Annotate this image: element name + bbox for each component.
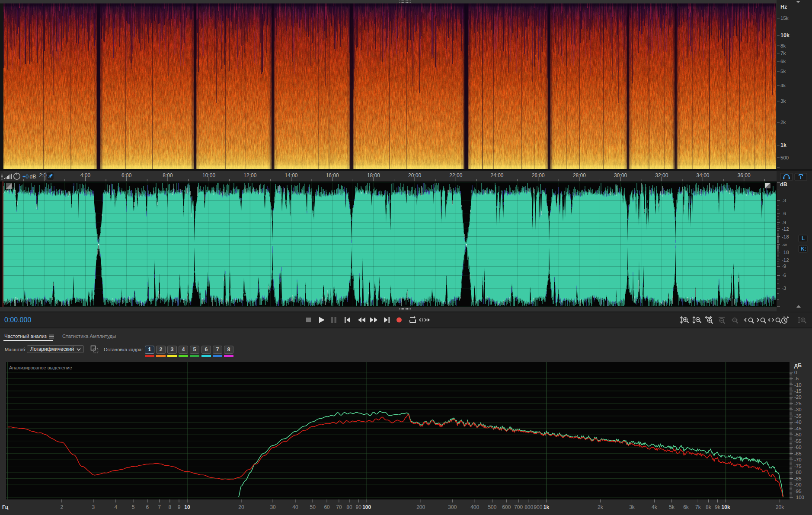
svg-text:-∞: -∞ [782,242,787,247]
svg-text:-3: -3 [782,198,786,203]
svg-text:-18: -18 [782,250,789,255]
svg-text:-40: -40 [794,420,802,425]
svg-text:-12: -12 [782,258,789,263]
svg-text:-100: -100 [794,495,804,500]
svg-text:2: 2 [60,504,63,510]
svg-text:-75: -75 [794,464,802,469]
svg-text:L: L [802,235,805,242]
svg-text:18:00: 18:00 [367,172,380,178]
svg-text:-80: -80 [794,470,802,475]
svg-text:-45: -45 [794,426,802,431]
svg-text:-10: -10 [794,382,802,388]
svg-text:-25: -25 [794,401,802,406]
svg-text:200: 200 [416,504,425,510]
svg-text:4k: 4k [652,504,658,510]
svg-text:-15: -15 [794,388,802,394]
svg-text:8:00: 8:00 [163,172,173,178]
svg-text:-60: -60 [794,445,802,450]
svg-text:8k: 8k [780,43,786,48]
svg-text:-6: -6 [782,211,786,216]
svg-text:Анализированое выделение: Анализированое выделение [9,365,72,370]
svg-text:-20: -20 [794,394,802,400]
svg-text:20:00: 20:00 [408,172,421,178]
svg-text:7: 7 [158,504,161,510]
svg-text:-9: -9 [782,264,786,269]
svg-text:4: 4 [114,504,117,510]
svg-text:дБ: дБ [794,362,802,369]
svg-text:9k: 9k [715,504,721,510]
svg-text:80: 80 [346,504,352,510]
svg-text:-50: -50 [794,432,802,437]
svg-text:30: 30 [270,504,276,510]
svg-text:6k: 6k [683,504,689,510]
svg-text:-6: -6 [782,273,786,278]
svg-text:Гц: Гц [2,504,9,510]
svg-text:12:00: 12:00 [243,172,256,178]
svg-text:5k: 5k [780,69,786,74]
svg-text:60: 60 [324,504,330,510]
svg-text:+0: +0 [22,174,29,180]
svg-text:-9: -9 [782,220,786,225]
svg-text:800: 800 [524,504,533,510]
svg-text:90: 90 [356,504,362,510]
svg-text:40: 40 [292,504,298,510]
svg-text:15k: 15k [780,16,789,21]
svg-text:-70: -70 [794,457,802,462]
svg-text:-18: -18 [782,234,789,239]
svg-text:-90: -90 [794,482,802,487]
svg-text:14:00: 14:00 [285,172,297,178]
svg-text:300: 300 [448,504,457,510]
svg-text:10k: 10k [722,504,730,510]
svg-text:32:00: 32:00 [655,172,668,178]
svg-text:2k: 2k [780,120,786,125]
svg-text:7k: 7k [695,504,701,510]
svg-text:1k: 1k [780,142,786,148]
svg-text:6:00: 6:00 [121,172,132,178]
svg-text:700: 700 [514,504,523,510]
svg-text:50: 50 [310,504,316,510]
svg-text:0: 0 [794,370,797,375]
svg-text:-3: -3 [782,286,786,291]
svg-text:70: 70 [336,504,342,510]
svg-text:3k: 3k [629,504,635,510]
svg-text:7k: 7k [780,51,786,56]
svg-text:30:00: 30:00 [614,172,627,178]
svg-text:10k: 10k [780,32,790,38]
svg-text:22:00: 22:00 [449,172,462,178]
svg-text:400: 400 [470,504,479,510]
svg-text:100: 100 [362,504,371,510]
svg-text:1k: 1k [543,504,550,510]
svg-text:600: 600 [502,504,511,510]
svg-text:26:00: 26:00 [532,172,545,178]
svg-text:9: 9 [178,504,181,510]
svg-text:-12: -12 [782,226,789,232]
svg-text:Hz: Hz [780,4,787,10]
svg-text:-65: -65 [794,451,802,456]
svg-text:-35: -35 [794,413,802,419]
svg-text:dB: dB [30,174,36,180]
svg-text:24:00: 24:00 [490,172,503,178]
svg-text:-55: -55 [794,439,802,444]
svg-text:-85: -85 [794,476,802,481]
svg-text:6: 6 [146,504,149,510]
svg-text:500: 500 [488,504,496,510]
svg-text:6k: 6k [780,59,786,64]
svg-text:20: 20 [238,504,244,510]
svg-text:10: 10 [184,504,190,510]
svg-text:10:00: 10:00 [202,172,215,178]
svg-text:4k: 4k [780,83,786,88]
svg-text:16:00: 16:00 [326,172,339,178]
svg-text:8k: 8k [706,504,712,510]
svg-text:K:: K: [801,246,806,252]
svg-text:-30: -30 [794,407,802,412]
svg-text:2k: 2k [598,504,604,510]
svg-text:-5: -5 [794,376,799,381]
svg-text:dB: dB [780,181,787,188]
svg-text:28:00: 28:00 [573,172,586,178]
svg-text:3k: 3k [780,99,786,104]
svg-text:3: 3 [92,504,95,510]
svg-text:8: 8 [168,504,171,510]
svg-text:5: 5 [132,504,135,510]
svg-text:500: 500 [780,155,789,160]
svg-text:20k: 20k [776,504,784,510]
